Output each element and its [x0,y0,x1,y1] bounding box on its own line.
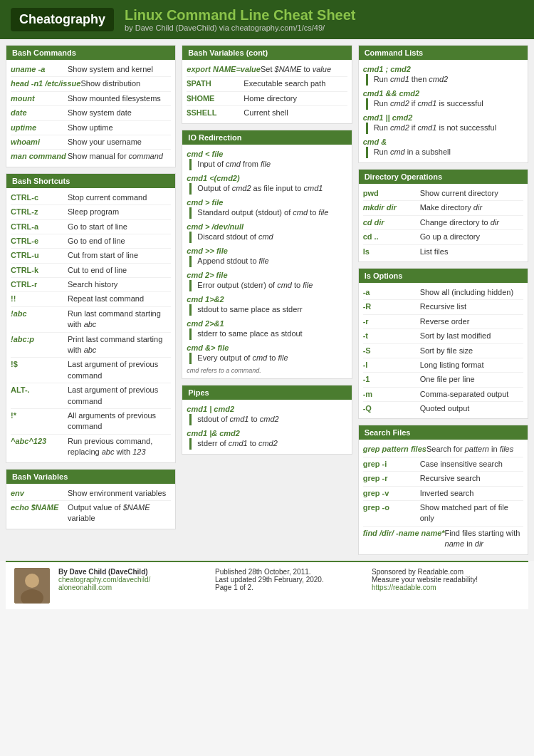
cmd-desc: Show current directory [420,188,523,199]
io-cmd: cmd1 |& cmd2 [187,427,347,438]
cmd-desc: Run previous command, replacing abc with… [68,436,171,458]
cmd-desc: Last argument of previous command [68,385,171,407]
io-redirection-section: IO Redirection cmd < file Input of cmd f… [182,130,352,379]
cmd-key: cd .. [363,232,420,242]
cmd-key: whoami [11,137,68,147]
cmd-desc: Quoted output [420,403,523,414]
cmd-desc: Recursive list [420,301,523,312]
footer-publish-info: Published 28th October, 2011. Last updat… [215,568,363,591]
io-desc: Input of cmd from file [189,159,347,170]
list-item: CTRL-k Cut to end of line [11,264,171,278]
list-item: mkdir dir Make directory dir [363,201,523,215]
list-item: head -n1 /etc/issue Show distribution [11,77,171,91]
io-desc: Run cmd2 if cmd1 is not successful [366,123,523,134]
cmd-key: grep -o [363,502,420,524]
published-date: Published 28th October, 2011. [215,568,363,576]
cmd-desc: Show mounted filesystems [68,93,171,104]
cmd-key: export NAME=value [187,64,261,75]
cmd-key: cd dir [363,217,420,228]
list-item: -t Sort by last modified [363,329,523,343]
cmd-key: CTRL-k [11,265,68,276]
cmd-desc: Sort by file size [420,346,523,356]
column-1: Bash Commands uname -a Show system and k… [6,45,176,555]
list-item: CTRL-r Search history [11,278,171,292]
cmd-key: -a [363,287,420,298]
io-desc: Every output of cmd to file [189,353,347,364]
list-item: CTRL-z Sleep program [11,205,171,219]
cmd-desc: List files [420,247,523,257]
io-desc: Run cmd in a subshell [366,147,523,158]
cmd-key: ls [363,247,420,257]
cmd-desc: Show matched part of file only [420,502,523,524]
io-cmd: cmd > /dev/null [187,220,347,232]
cmd-desc: Change directory to dir [420,217,523,228]
cmd-desc: Repeat last command [68,294,171,304]
io-desc: Output of cmd2 as file input to cmd1 [189,183,347,195]
cmd-key: $PATH [187,78,244,89]
author-link-1[interactable]: cheatography.com/davechild/ [58,576,150,584]
footer-sponsor: Sponsored by Readable.com Measure your w… [372,568,520,591]
sponsor-link[interactable]: https://readable.com [372,584,436,591]
list-item: !$ Last argument of previous command [11,358,171,383]
cmd-key: !abc [11,309,68,331]
list-item: -Q Quoted output [363,402,523,415]
list-item: -a Show all (including hidden) [363,286,523,300]
bash-shortcuts-section: Bash Shortcuts CTRL-c Stop current comma… [6,173,176,463]
cmd-key: -r [363,316,420,327]
cmd-key: grep -r [363,473,420,484]
bash-shortcuts-body: CTRL-c Stop current command CTRL-z Sleep… [6,188,175,462]
page-header: Cheatography Linux Command Line Cheat Sh… [0,0,534,39]
list-item: grep pattern files Search for pattern in… [363,442,523,457]
io-cmd: cmd < file [187,147,347,159]
cmd-key: -l [363,360,420,371]
list-item: find /dir/ -name name* Find files starti… [363,527,523,552]
io-desc: stdout of cmd1 to cmd2 [189,414,347,425]
cmd-desc: Go to start of line [68,222,171,232]
main-content: Bash Commands uname -a Show system and k… [0,39,534,561]
ls-options-section: ls Options -a Show all (including hidden… [358,268,528,420]
list-item: -S Sort by file size [363,344,523,358]
io-desc: Standard output (stdout) of cmd to file [189,207,347,219]
cmd-desc: Show system and kernel [68,64,171,75]
page-subtitle: by Dave Child (DaveChild) via cheatograp… [125,24,355,32]
directory-ops-heading: Directory Operations [359,170,528,184]
list-item: CTRL-c Stop current command [11,191,171,205]
svg-point-1 [25,574,39,588]
pipes-heading: Pipes [182,385,351,400]
cmd-desc: Recursive search [420,473,523,484]
list-item: export NAME=value Set $NAME to value [187,63,347,77]
page-title: Linux Command Line Cheat Sheet [125,7,355,24]
cmd-key: $SHELL [187,108,244,118]
io-cmd: cmd1 <(cmd2) [187,172,347,183]
cmd-key: !$ [11,359,68,381]
cmd-desc: Show all (including hidden) [420,287,523,298]
io-desc: Run cmd2 if cmd1 is successful [366,98,523,110]
cmd-key: CTRL-u [11,250,68,261]
cmd-desc: Search history [68,279,171,290]
list-item: $PATH Executable search path [187,77,347,91]
io-desc: stderr to same place as stdout [189,328,347,340]
io-note: cmd refers to a command. [187,366,347,376]
io-cmd: cmd >> file [187,244,347,256]
cmd-desc: One file per line [420,374,523,385]
cmd-desc: Search for pattern in files [426,444,523,455]
list-item: ls List files [363,245,523,259]
io-desc: Run cmd1 then cmd2 [366,74,523,86]
io-desc: Error output (stderr) of cmd to file [189,280,347,291]
author-link-2[interactable]: aloneonahill.com [58,584,112,591]
cmd-desc: Show system date [68,108,171,118]
io-cmd: cmd 2>&1 [187,317,347,328]
list-item: CTRL-e Go to end of line [11,234,171,249]
cmd-desc: Sleep program [68,207,171,217]
cmd-desc: Print last command starting with abc [68,334,171,356]
list-item: -1 One file per line [363,373,523,387]
command-lists-heading: Command Lists [359,46,528,60]
list-item: $SHELL Current shell [187,106,347,120]
list-item: echo $NAME Output value of $NAME variabl… [11,501,171,526]
io-desc: stderr of cmd1 to cmd2 [189,438,347,450]
cmd-key: head -n1 /etc/issue [11,78,80,89]
list-item: $HOME Home directory [187,92,347,106]
ls-options-body: -a Show all (including hidden) -R Recurs… [359,283,528,419]
ls-options-heading: ls Options [359,269,528,283]
io-cmd: cmd1 | cmd2 [187,403,347,414]
